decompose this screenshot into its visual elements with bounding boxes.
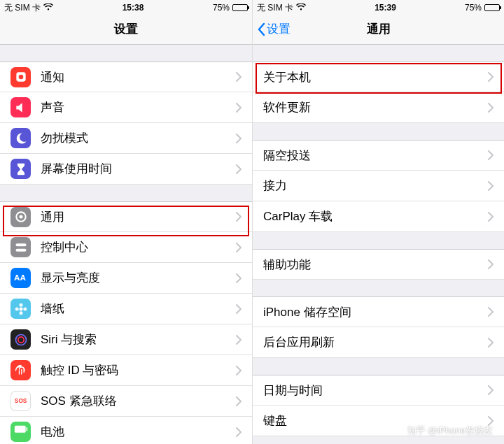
- svg-point-10: [15, 307, 18, 310]
- row-airdrop[interactable]: 隔空投送: [253, 140, 504, 171]
- svg-point-3: [19, 215, 22, 219]
- row-label: 通知: [41, 69, 236, 85]
- row-battery[interactable]: 电池: [0, 417, 252, 444]
- general-screen: 无 SIM 卡 15:39 75% 设置 通用 关于本机 软件更新 隔空投送: [252, 0, 504, 444]
- row-date-time[interactable]: 日期与时间: [253, 375, 504, 406]
- moon-icon: [10, 128, 31, 148]
- chevron-right-icon: [236, 304, 241, 314]
- row-sos[interactable]: SOS SOS 紧急联络: [0, 386, 252, 417]
- svg-rect-5: [15, 248, 26, 251]
- chevron-right-icon: [488, 150, 493, 160]
- svg-point-1: [18, 75, 23, 80]
- chevron-right-icon: [236, 273, 241, 283]
- battery-icon: [10, 422, 31, 442]
- chevron-right-icon: [488, 307, 493, 317]
- svg-point-12: [15, 334, 26, 345]
- nav-bar: 设置: [0, 14, 252, 45]
- row-screentime[interactable]: 屏幕使用时间: [0, 154, 252, 185]
- svg-point-8: [19, 303, 22, 306]
- row-label: 触控 ID 与密码: [41, 362, 236, 378]
- row-label: Siri 与搜索: [41, 331, 236, 348]
- general-list[interactable]: 关于本机 软件更新 隔空投送 接力 CarPlay 车载 辅助功能 iPhone…: [253, 45, 504, 444]
- row-label: 显示与亮度: [41, 270, 236, 286]
- carrier-label: 无 SIM 卡: [257, 2, 293, 14]
- status-bar: 无 SIM 卡 15:38 75%: [0, 0, 252, 14]
- row-label: 关于本机: [263, 69, 488, 85]
- chevron-right-icon: [488, 212, 493, 222]
- row-dnd[interactable]: 勿扰模式: [0, 123, 252, 154]
- row-label: 控制中心: [41, 239, 236, 255]
- battery-percent: 75%: [213, 3, 230, 13]
- row-label: 声音: [41, 99, 236, 115]
- page-title: 设置: [114, 21, 138, 37]
- battery-icon: [232, 4, 248, 11]
- chevron-right-icon: [236, 212, 241, 222]
- chevron-right-icon: [488, 385, 493, 395]
- chevron-right-icon: [236, 335, 241, 345]
- svg-text:SOS: SOS: [14, 396, 27, 403]
- hourglass-icon: [10, 159, 31, 179]
- row-label: 屏幕使用时间: [41, 161, 236, 177]
- back-button[interactable]: 设置: [257, 14, 290, 44]
- row-label: 通用: [41, 209, 236, 225]
- row-general[interactable]: 通用: [0, 201, 252, 232]
- svg-rect-15: [14, 425, 25, 432]
- svg-text:AA: AA: [14, 272, 26, 281]
- row-label: iPhone 储存空间: [263, 304, 488, 320]
- chevron-right-icon: [236, 72, 241, 82]
- siri-icon: [10, 329, 31, 350]
- row-background-refresh[interactable]: 后台应用刷新: [253, 327, 504, 358]
- svg-point-9: [19, 311, 22, 315]
- chevron-right-icon: [488, 181, 493, 191]
- row-handoff[interactable]: 接力: [253, 171, 504, 201]
- chevron-right-icon: [236, 396, 241, 406]
- row-keyboard[interactable]: 键盘: [253, 406, 504, 436]
- aa-icon: AA: [10, 268, 31, 288]
- sos-icon: SOS: [10, 391, 31, 411]
- chevron-right-icon: [488, 259, 493, 269]
- settings-screen: 无 SIM 卡 15:38 75% 设置 通知 声音: [0, 0, 252, 444]
- row-notifications[interactable]: 通知: [0, 62, 252, 92]
- row-label: SOS 紧急联络: [41, 393, 236, 409]
- clock: 15:38: [122, 3, 144, 13]
- chevron-right-icon: [236, 103, 241, 113]
- row-label: 日期与时间: [263, 382, 488, 399]
- flower-icon: [10, 299, 31, 319]
- wifi-icon: [43, 3, 53, 13]
- chevron-right-icon: [488, 416, 493, 426]
- svg-point-13: [18, 336, 23, 342]
- row-label: 键盘: [263, 413, 488, 429]
- row-display[interactable]: AA 显示与亮度: [0, 263, 252, 294]
- chevron-right-icon: [236, 134, 241, 143]
- chevron-right-icon: [488, 338, 493, 348]
- row-wallpaper[interactable]: 墙纸: [0, 294, 252, 324]
- back-label: 设置: [267, 21, 290, 37]
- row-software-update[interactable]: 软件更新: [253, 92, 504, 123]
- svg-point-7: [19, 307, 22, 310]
- row-label: 软件更新: [263, 99, 488, 115]
- chevron-right-icon: [488, 72, 493, 82]
- row-touchid[interactable]: 触控 ID 与密码: [0, 355, 252, 386]
- svg-rect-4: [15, 243, 26, 246]
- row-label: 辅助功能: [263, 257, 488, 273]
- row-label: 隔空投送: [263, 148, 488, 164]
- chevron-right-icon: [236, 164, 241, 174]
- clock: 15:39: [374, 3, 396, 13]
- chevron-right-icon: [236, 366, 241, 375]
- row-about[interactable]: 关于本机: [253, 62, 504, 92]
- row-control-center[interactable]: 控制中心: [0, 232, 252, 263]
- row-carplay[interactable]: CarPlay 车载: [253, 201, 504, 232]
- svg-rect-16: [26, 427, 27, 431]
- row-label: CarPlay 车载: [263, 208, 488, 224]
- battery-percent: 75%: [465, 3, 482, 13]
- chevron-right-icon: [488, 103, 493, 113]
- row-storage[interactable]: iPhone 储存空间: [253, 296, 504, 327]
- chevron-right-icon: [236, 243, 241, 252]
- row-accessibility[interactable]: 辅助功能: [253, 249, 504, 280]
- gear-icon: [10, 207, 31, 227]
- settings-list[interactable]: 通知 声音 勿扰模式 屏幕使用时间 通用 控制中心: [0, 45, 252, 444]
- row-label: 勿扰模式: [41, 130, 236, 146]
- row-siri[interactable]: Siri 与搜索: [0, 324, 252, 355]
- fingerprint-icon: [10, 360, 31, 380]
- row-sound[interactable]: 声音: [0, 92, 252, 123]
